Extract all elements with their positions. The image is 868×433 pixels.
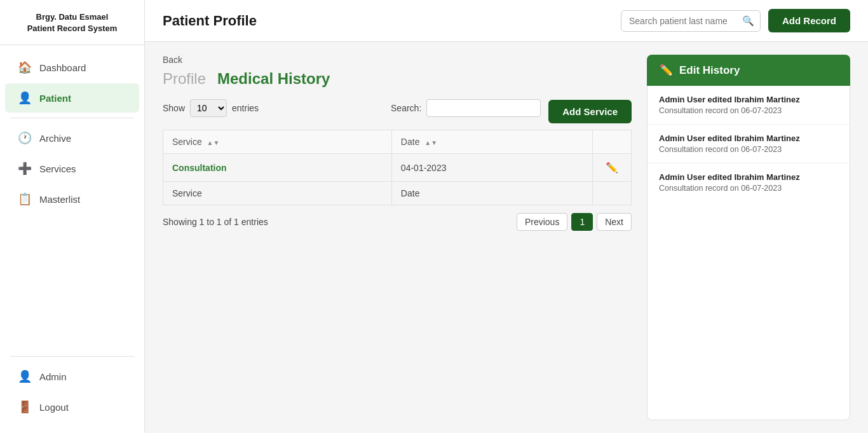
sidebar-item-label: Logout bbox=[39, 402, 69, 413]
previous-button[interactable]: Previous bbox=[517, 213, 567, 231]
patient-icon: 👤 bbox=[18, 91, 32, 105]
back-link[interactable]: Back bbox=[163, 55, 632, 65]
sidebar-item-label: Archive bbox=[39, 133, 71, 144]
masterlist-icon: 📋 bbox=[18, 192, 32, 206]
logout-icon: 🚪 bbox=[18, 400, 32, 414]
page-1-button[interactable]: 1 bbox=[571, 213, 593, 231]
page-content: Back Profile Medical History Show 10 25 … bbox=[145, 42, 868, 433]
page-title: Patient Profile bbox=[163, 13, 257, 29]
history-item-subtitle: Consultation record on 06-07-2023 bbox=[659, 106, 838, 115]
sort-arrow-service: ▲▼ bbox=[207, 139, 220, 146]
service-cell: Consultation bbox=[163, 154, 392, 182]
sidebar-bottom: 👤 Admin 🚪 Logout bbox=[0, 345, 144, 433]
entries-label: entries bbox=[232, 103, 259, 113]
history-item-title: Admin User edited Ibrahim Martinez bbox=[659, 172, 838, 182]
sidebar-item-patient[interactable]: 👤 Patient bbox=[5, 83, 139, 113]
history-item: Admin User edited Ibrahim Martinez Consu… bbox=[648, 125, 850, 163]
edit-history-header: ✏️ Edit History bbox=[647, 55, 850, 86]
show-label: Show bbox=[163, 103, 185, 113]
sidebar: Brgy. Datu Esmael Patient Record System … bbox=[0, 0, 145, 433]
edit-history-icon: ✏️ bbox=[660, 64, 673, 77]
footer-date: Date bbox=[391, 182, 592, 205]
tab-medical-history[interactable]: Medical History bbox=[217, 70, 330, 88]
col-date: Date ▲▼ bbox=[391, 130, 592, 154]
sidebar-item-dashboard[interactable]: 🏠 Dashboard bbox=[5, 53, 139, 82]
history-item: Admin User edited Ibrahim Martinez Consu… bbox=[648, 163, 850, 202]
service-table: Service ▲▼ Date ▲▼ Consultation bbox=[163, 130, 632, 205]
sidebar-item-label: Admin bbox=[39, 371, 67, 382]
sidebar-nav: 🏠 Dashboard 👤 Patient 🕐 Archive ➕ Servic… bbox=[0, 45, 144, 345]
edit-row-button[interactable]: ✏️ bbox=[602, 160, 622, 175]
sidebar-item-archive[interactable]: 🕐 Archive bbox=[5, 123, 139, 153]
date-cell: 04-01-2023 bbox=[391, 154, 592, 182]
home-icon: 🏠 bbox=[18, 60, 32, 74]
history-list: Admin User edited Ibrahim Martinez Consu… bbox=[647, 86, 850, 420]
search-icon: 🔍 bbox=[742, 15, 754, 27]
sidebar-divider bbox=[10, 118, 134, 118]
show-entries: Show 10 25 50 100 entries bbox=[163, 99, 259, 117]
search-input[interactable] bbox=[621, 10, 761, 32]
sidebar-item-services[interactable]: ➕ Services bbox=[5, 154, 139, 183]
entries-select[interactable]: 10 25 50 100 bbox=[190, 99, 227, 117]
col-service: Service ▲▼ bbox=[163, 130, 392, 154]
right-panel: ✏️ Edit History Admin User edited Ibrahi… bbox=[647, 55, 850, 420]
search-text: Search: bbox=[391, 103, 421, 113]
table-search-label: Search: bbox=[391, 99, 541, 117]
sidebar-item-label: Masterlist bbox=[39, 194, 80, 205]
admin-icon: 👤 bbox=[18, 369, 32, 383]
history-item-subtitle: Consultation record on 06-07-2023 bbox=[659, 184, 838, 193]
action-cell: ✏️ bbox=[593, 154, 632, 182]
main-area: Patient Profile 🔍 Add Record Back Profil… bbox=[145, 0, 868, 433]
sidebar-item-label: Patient bbox=[39, 93, 71, 104]
archive-icon: 🕐 bbox=[18, 131, 32, 145]
sidebar-item-logout[interactable]: 🚪 Logout bbox=[5, 392, 139, 422]
table-controls: Show 10 25 50 100 entries Search: bbox=[163, 99, 548, 117]
footer-actions bbox=[593, 182, 632, 205]
left-panel: Back Profile Medical History Show 10 25 … bbox=[163, 55, 632, 420]
sort-arrow-date: ▲▼ bbox=[424, 139, 437, 146]
table-row: Consultation 04-01-2023 ✏️ bbox=[163, 154, 632, 182]
search-wrapper: 🔍 bbox=[621, 10, 761, 32]
topbar-right: 🔍 Add Record bbox=[621, 9, 850, 32]
sidebar-logo: Brgy. Datu Esmael Patient Record System bbox=[0, 0, 144, 45]
add-service-button[interactable]: Add Service bbox=[548, 100, 632, 123]
history-item-title: Admin User edited Ibrahim Martinez bbox=[659, 95, 838, 104]
add-record-button[interactable]: Add Record bbox=[768, 9, 850, 32]
history-item: Admin User edited Ibrahim Martinez Consu… bbox=[648, 86, 850, 125]
sidebar-item-masterlist[interactable]: 📋 Masterlist bbox=[5, 184, 139, 214]
topbar: Patient Profile 🔍 Add Record bbox=[145, 0, 868, 42]
tab-profile[interactable]: Profile bbox=[163, 70, 206, 88]
history-item-title: Admin User edited Ibrahim Martinez bbox=[659, 134, 838, 143]
edit-history-title: Edit History bbox=[679, 64, 740, 77]
sidebar-item-label: Services bbox=[39, 163, 76, 174]
sidebar-item-admin[interactable]: 👤 Admin bbox=[5, 362, 139, 391]
sidebar-bottom-divider bbox=[10, 356, 134, 357]
next-button[interactable]: Next bbox=[597, 213, 632, 231]
history-item-subtitle: Consultation record on 06-07-2023 bbox=[659, 145, 838, 154]
footer-service: Service bbox=[163, 182, 392, 205]
tabs-row: Profile Medical History bbox=[163, 70, 632, 88]
sidebar-item-label: Dashboard bbox=[39, 62, 86, 73]
consultation-link[interactable]: Consultation bbox=[172, 163, 227, 173]
col-actions bbox=[593, 130, 632, 154]
services-icon: ➕ bbox=[18, 162, 32, 175]
table-search-input[interactable] bbox=[426, 99, 541, 117]
pagination-controls: Previous 1 Next bbox=[517, 213, 632, 231]
showing-text: Showing 1 to 1 of 1 entries bbox=[163, 217, 268, 227]
pagination-row: Showing 1 to 1 of 1 entries Previous 1 N… bbox=[163, 213, 632, 231]
